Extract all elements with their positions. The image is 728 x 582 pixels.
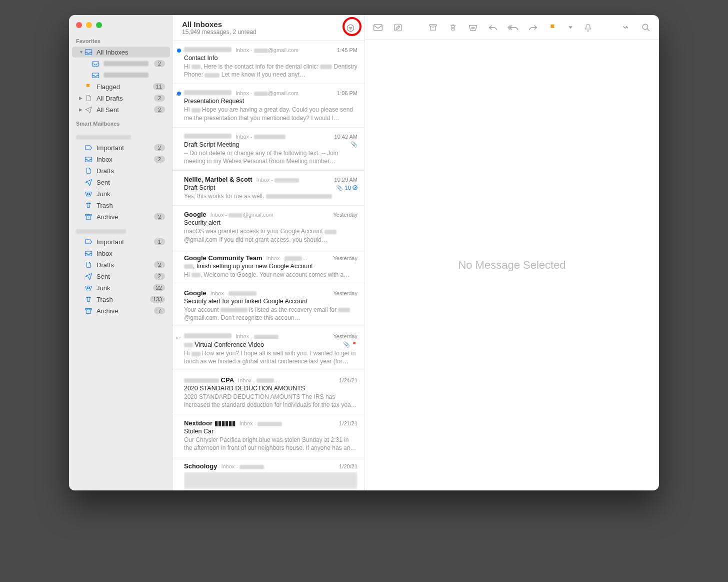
message-mailbox: Inbox - @gmail.com bbox=[236, 47, 333, 53]
message-list-column: All Inboxes 15,949 messages, 2 unread In… bbox=[173, 15, 365, 490]
close-window-icon[interactable] bbox=[76, 22, 82, 28]
message-row[interactable]: ↩ Inbox - @gmail.com 1:06 PMPresentation… bbox=[173, 84, 364, 127]
zoom-window-icon[interactable] bbox=[96, 22, 102, 28]
sidebar-item-all-inboxes[interactable]: ▼All Inboxes bbox=[72, 47, 170, 58]
sidebar-item-archive[interactable]: Archive7 bbox=[72, 305, 170, 316]
attachment-icon: 📎 bbox=[336, 185, 343, 191]
message-subject: Draft Script Meeting📎 bbox=[184, 141, 358, 148]
compose-icon[interactable] bbox=[393, 23, 403, 33]
message-row[interactable]: Nellie, Maribel & Scott Inbox - 10:29 AM… bbox=[173, 171, 364, 206]
message-date: 1:45 PM bbox=[337, 47, 358, 53]
chevron-right-icon[interactable]: ▶ bbox=[79, 107, 84, 112]
archive-icon bbox=[84, 213, 93, 221]
minimize-window-icon[interactable] bbox=[86, 22, 92, 28]
message-subject: Security alert bbox=[184, 219, 358, 226]
reply-icon[interactable] bbox=[488, 23, 498, 33]
message-preview: Your account is listed as the recovery e… bbox=[184, 306, 358, 322]
message-row[interactable]: CPA Inbox - … 1/24/212020 STANDARD DEDUC… bbox=[173, 371, 364, 414]
sidebar-item-all-drafts[interactable]: ▶All Drafts2 bbox=[72, 93, 170, 104]
sidebar-item-important[interactable]: Important2 bbox=[72, 142, 170, 153]
message-row[interactable]: Inbox - @gmail.com 1:45 PMContact InfoHi… bbox=[173, 41, 364, 84]
sidebar-item-label: Inbox bbox=[96, 156, 154, 163]
inbox-all-icon bbox=[84, 48, 93, 56]
replied-icon: ↩ bbox=[176, 335, 180, 341]
sidebar-item-label: Drafts bbox=[96, 167, 165, 175]
sidebar-badge: 22 bbox=[153, 284, 165, 291]
mute-icon[interactable] bbox=[583, 23, 593, 33]
sidebar-item-flagged[interactable]: Flagged11 bbox=[72, 81, 170, 92]
filter-button[interactable] bbox=[344, 21, 358, 35]
sidebar-item-sent[interactable]: Sent bbox=[72, 177, 170, 188]
message-subject: Stolen Car bbox=[184, 428, 358, 435]
message-date: 10:29 AM bbox=[334, 177, 358, 183]
reply-all-icon[interactable] bbox=[508, 23, 518, 33]
sidebar-badge: 133 bbox=[150, 296, 165, 303]
sidebar-item-inbox[interactable]: Inbox bbox=[72, 248, 170, 259]
message-sender bbox=[184, 133, 232, 140]
sidebar-item-junk[interactable]: Junk bbox=[72, 188, 170, 199]
flag-icon bbox=[352, 341, 358, 348]
inbox-icon bbox=[91, 60, 100, 68]
message-row[interactable]: Inbox - 10:42 AMDraft Script Meeting📎-- … bbox=[173, 128, 364, 171]
message-sender: Google Community Team bbox=[184, 254, 262, 262]
sidebar-item-inbox[interactable]: Inbox2 bbox=[72, 154, 170, 165]
sidebar-item-sent[interactable]: Sent2 bbox=[72, 271, 170, 282]
sidebar-item-drafts[interactable]: Drafts bbox=[72, 165, 170, 176]
message-date: 10:42 AM bbox=[334, 134, 358, 140]
sidebar-item-trash[interactable]: Trash133 bbox=[72, 294, 170, 305]
svg-rect-6 bbox=[86, 308, 92, 310]
get-mail-icon[interactable] bbox=[373, 23, 383, 33]
sidebar-item-archive[interactable]: Archive2 bbox=[72, 211, 170, 222]
svg-rect-9 bbox=[374, 25, 382, 31]
message-preview: macOS was granted access to your Google … bbox=[184, 227, 358, 243]
svg-rect-11 bbox=[430, 25, 436, 26]
sidebar-item-label: Archive bbox=[96, 213, 154, 221]
archive-icon[interactable] bbox=[428, 23, 438, 33]
message-row[interactable]: Google Community Team Inbox - … Yesterda… bbox=[173, 249, 364, 284]
delete-icon[interactable] bbox=[448, 23, 458, 33]
message-subject: Draft Script📎10 bbox=[184, 184, 358, 191]
search-icon[interactable] bbox=[641, 23, 651, 33]
more-icon[interactable] bbox=[621, 23, 631, 33]
message-list[interactable]: Inbox - @gmail.com 1:45 PMContact InfoHi… bbox=[173, 41, 364, 490]
message-date: 1/20/21 bbox=[339, 463, 358, 469]
sidebar-item-label: Trash bbox=[96, 296, 150, 303]
message-row[interactable]: Google Inbox - YesterdaySecurity alert f… bbox=[173, 284, 364, 327]
message-sender: Nextdoor ▮▮▮▮▮▮ bbox=[184, 419, 236, 427]
chevron-down-icon[interactable]: ▼ bbox=[79, 50, 84, 55]
message-sender bbox=[184, 332, 232, 340]
sidebar-item-important[interactable]: Important1 bbox=[72, 236, 170, 247]
message-mailbox: Inbox - @gmail.com bbox=[236, 90, 333, 96]
message-subject: Security alert for your linked Google Ac… bbox=[184, 298, 358, 305]
sidebar-account1-header bbox=[69, 129, 173, 142]
message-row[interactable]: Nextdoor ▮▮▮▮▮▮ Inbox - 1/21/21Stolen Ca… bbox=[173, 414, 364, 457]
flag-dropdown-icon[interactable] bbox=[568, 23, 573, 33]
sidebar-item-trash[interactable]: Trash bbox=[72, 200, 170, 211]
message-row[interactable]: Schoology Inbox - 1/20/21 bbox=[173, 457, 364, 490]
message-row[interactable]: Google Inbox - @gmail.com YesterdaySecur… bbox=[173, 206, 364, 249]
sidebar-item-junk[interactable]: Junk22 bbox=[72, 282, 170, 293]
junk-icon[interactable] bbox=[468, 23, 478, 33]
important-icon bbox=[84, 144, 93, 152]
sidebar-badge: 2 bbox=[154, 95, 165, 102]
unread-dot-icon bbox=[177, 49, 181, 53]
mailbox-subtitle: 15,949 messages, 2 unread bbox=[182, 29, 344, 36]
sent-icon bbox=[84, 106, 93, 114]
message-sender: Google bbox=[184, 211, 206, 218]
flag-icon[interactable] bbox=[548, 23, 558, 33]
message-mailbox: Inbox - … bbox=[266, 255, 330, 261]
draft-icon bbox=[84, 261, 93, 269]
svg-point-8 bbox=[353, 186, 357, 190]
sidebar-item-all-sent[interactable]: ▶All Sent2 bbox=[72, 104, 170, 115]
message-row[interactable]: ↩ Inbox - Yesterday Virtual Conference V… bbox=[173, 327, 364, 371]
sidebar-item--[interactable] bbox=[72, 70, 170, 81]
svg-rect-0 bbox=[85, 50, 92, 55]
message-sender: Schoology bbox=[184, 462, 217, 470]
sidebar-item-drafts[interactable]: Drafts2 bbox=[72, 259, 170, 270]
message-preview: -- Do not delete or change any of the fo… bbox=[184, 149, 358, 165]
chevron-right-icon[interactable]: ▶ bbox=[79, 96, 84, 101]
sidebar-item--g-[interactable]: 2 bbox=[72, 58, 170, 69]
forward-icon[interactable] bbox=[528, 23, 538, 33]
message-date: Yesterday bbox=[333, 333, 358, 339]
message-mailbox: Inbox - … bbox=[238, 377, 335, 383]
